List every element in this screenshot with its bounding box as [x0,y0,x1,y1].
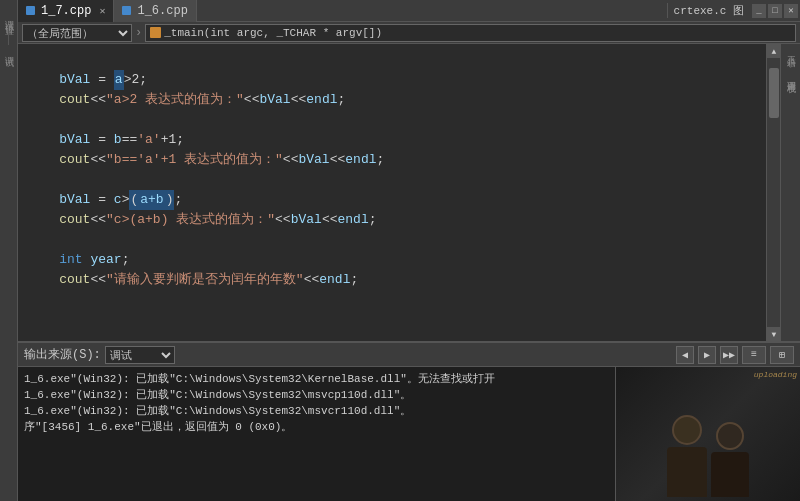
code-line-10 [28,230,766,250]
window-title: crtexe.c 图 [667,3,750,18]
tab-1-7-cpp[interactable]: 1_7.cpp ✕ [18,0,114,22]
toolbar-btn-3[interactable]: ▶▶ [720,346,738,364]
body-2 [711,452,749,497]
output-line-1: 1_6.exe"(Win32): 已加载"C:\Windows\System32… [24,371,609,387]
restore-btn[interactable]: □ [768,4,782,18]
close-btn[interactable]: ✕ [784,4,798,18]
code-line-5: bVal = b == 'a' +1; [28,130,766,150]
toolbar-btn-5[interactable]: ⊞ [770,346,794,364]
bottom-content-area: 1_6.exe"(Win32): 已加载"C:\Windows\System32… [18,367,800,501]
video-frame: uploading [616,367,800,501]
tab-close-1[interactable]: ✕ [99,5,105,17]
code-line-2: bVal = a >2; [28,70,766,90]
scroll-thumb[interactable] [769,68,779,118]
left-sidebar-text: 调试位置 [2,13,15,21]
minimize-btn[interactable]: _ [752,4,766,18]
person-1 [667,415,707,497]
toolbar-btn-1[interactable]: ◀ [676,346,694,364]
code-line-11: int year ; [28,250,766,270]
code-line-4 [28,110,766,130]
scroll-up-btn[interactable]: ▲ [767,44,781,58]
person-2 [711,422,749,497]
tab-1-6-cpp[interactable]: 1_6.cpp [114,0,196,22]
editor-scrollbar[interactable]: ▲ ▼ [766,44,780,341]
code-editor[interactable]: bVal = a >2; cout << "a>2 表达式的值为：" << bV… [18,44,766,341]
code-line-12: cout << "请输入要判断是否为闰年的年数" << endl ; [28,270,766,290]
watermark: uploading [754,370,797,379]
editor-wrapper: bVal = a >2; cout << "a>2 表达式的值为：" << bV… [18,44,800,341]
code-line-3: cout << "a>2 表达式的值为：" << bVal << endl ; [28,90,766,110]
main-area: 1_7.cpp ✕ 1_6.cpp crtexe.c 图 _ □ ✕ （全局范围… [18,0,800,501]
cpp-file-icon [26,6,35,15]
breadcrumb-divider: › [135,26,142,40]
code-line-8: bVal = c > ( a+b ) ; [28,190,766,210]
source-label: 输出来源(S): [24,346,101,363]
function-icon [150,27,161,38]
toolbar-btn-4[interactable]: ≡ [742,346,766,364]
tab-1-label: 1_7.cpp [41,4,91,18]
body-1 [667,447,707,497]
bottom-panel: 输出来源(S): 调试 ◀ ▶ ▶▶ ≡ ⊞ 1_6.exe"(Win32): … [18,341,800,501]
tab-2-label: 1_6.cpp [137,4,187,18]
toolbar-row: （全局范围） › _tmain(int argc, _TCHAR * argv[… [18,22,800,44]
callstack-label[interactable]: 调用堆栈 [784,74,797,78]
head-2 [716,422,744,450]
scope-dropdown[interactable]: （全局范围） [22,24,132,42]
video-inset: uploading [615,367,800,501]
function-selector[interactable]: _tmain(int argc, _TCHAR * argv[]) [145,24,796,42]
scroll-track [767,58,780,327]
sidebar-divider [790,58,791,68]
cpp-file-icon2 [122,6,131,15]
toolbar-btn-2[interactable]: ▶ [698,346,716,364]
tab-bar: 1_7.cpp ✕ 1_6.cpp crtexe.c 图 _ □ ✕ [18,0,800,22]
output-line-2: 1_6.exe"(Win32): 已加载"C:\Windows\System32… [24,387,609,403]
window-controls: _ □ ✕ [750,4,800,18]
output-line-4: 序"[3456] 1_6.exe"已退出，返回值为 0 (0x0)。 [24,419,609,435]
bottom-toolbar: 输出来源(S): 调试 ◀ ▶ ▶▶ ≡ ⊞ [18,343,800,367]
left-sidebar: 调试位置 调试 [0,0,18,501]
code-line-1 [28,50,766,70]
editor-title-text: crtexe.c 图 [674,5,744,17]
toolbox-label[interactable]: 工具箱 [784,49,797,52]
function-label: _tmain(int argc, _TCHAR * argv[]) [164,27,382,39]
persons [616,367,800,501]
code-line-7 [28,170,766,190]
right-sidebar: 工具箱 调用堆栈 [780,44,800,341]
scroll-down-btn[interactable]: ▼ [767,327,781,341]
code-line-9: cout << "c>(a+b) 表达式的值为：" << bVal << end… [28,210,766,230]
left-sidebar-text2: 调试 [2,49,15,53]
source-select[interactable]: 调试 [105,346,175,364]
output-line-3: 1_6.exe"(Win32): 已加载"C:\Windows\System32… [24,403,609,419]
output-content: 1_6.exe"(Win32): 已加载"C:\Windows\System32… [18,367,615,501]
head-1 [672,415,702,445]
code-line-6: cout << "b=='a'+1 表达式的值为：" << bVal << en… [28,150,766,170]
